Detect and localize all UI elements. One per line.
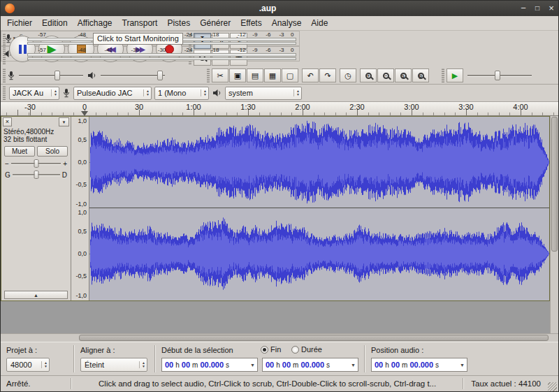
- chevron-down-icon[interactable]: ▼: [349, 363, 356, 368]
- track-header: × ▼: [1, 117, 71, 127]
- time-hours[interactable]: 00: [164, 361, 174, 369]
- silence-button[interactable]: ▢: [282, 68, 298, 82]
- meter-db-label: -36: [131, 47, 140, 53]
- menu-item[interactable]: Pistes: [162, 17, 195, 29]
- toolbar-grip[interactable]: [207, 68, 210, 82]
- audio-position-field[interactable]: 00h 00m 00.000s ▼: [371, 358, 467, 372]
- toolbar-grip[interactable]: [3, 86, 6, 100]
- play-speed-thumb[interactable]: [495, 71, 500, 80]
- stepper-arrows-icon[interactable]: ▲▼: [201, 89, 207, 96]
- waveform-view[interactable]: [89, 117, 549, 300]
- fit-selection-button[interactable]: s: [395, 68, 412, 82]
- trim-button[interactable]: ▦: [264, 68, 281, 82]
- time-hours[interactable]: 00: [265, 361, 275, 369]
- pan-slider[interactable]: [13, 170, 60, 179]
- stepper-arrows-icon[interactable]: ▲▼: [293, 89, 300, 96]
- horizontal-scrollbar-thumb[interactable]: [79, 335, 549, 341]
- title-bar[interactable]: .aup − □ ×: [1, 1, 558, 16]
- snap-to-select[interactable]: Éteint ▲▼: [80, 358, 147, 372]
- recording-channels-select[interactable]: 1 (Mono ▲▼: [154, 87, 209, 100]
- recording-volume-thumb[interactable]: [55, 71, 60, 80]
- menu-item[interactable]: Transport: [117, 17, 163, 29]
- timeline-ruler[interactable]: -300301:001:302:002:303:003:304:00: [1, 102, 558, 116]
- toolbar-grip[interactable]: [3, 68, 6, 82]
- zoom-in-button[interactable]: +: [360, 68, 377, 82]
- horizontal-scrollbar[interactable]: [1, 333, 558, 342]
- selection-start-field[interactable]: 00h 00m 00.000s ▼: [161, 358, 258, 372]
- minimize-button[interactable]: −: [516, 1, 530, 15]
- playback-meter[interactable]: ▼ G D -57-48-42-36-30-24-18-12-9-6-30: [1, 46, 300, 61]
- toolbar-grip[interactable]: [3, 34, 6, 64]
- paste-button[interactable]: ▤: [247, 68, 263, 82]
- timeline-label: 4:00: [513, 103, 528, 111]
- chevron-down-icon[interactable]: ▼: [248, 363, 255, 368]
- recording-meter-scale[interactable]: -57-48-42-36-30-24-18-12-9-6-30 Click to…: [26, 31, 299, 45]
- timer-record-button[interactable]: ◷: [340, 68, 356, 82]
- track-close-button[interactable]: ×: [3, 117, 12, 126]
- stepper-arrows-icon[interactable]: ▲▼: [139, 361, 145, 368]
- zoom-out-button[interactable]: −: [377, 68, 394, 82]
- recording-meter[interactable]: ▼ G D -57-48-42-36-30-24-18-12-9-6-30 Cl…: [1, 31, 300, 46]
- recording-volume-slider[interactable]: [19, 70, 83, 81]
- stepper-arrows-icon[interactable]: ▲▼: [51, 89, 57, 96]
- selection-end-field[interactable]: 00h 00m 00.000s ▼: [262, 358, 358, 372]
- track-buttons: Muet Solo: [1, 145, 71, 158]
- stepper-arrows-icon[interactable]: ▲▼: [143, 89, 150, 96]
- menu-item[interactable]: Fichier: [2, 17, 37, 29]
- playback-volume-thumb[interactable]: [157, 71, 163, 80]
- scale-label: 0,0: [78, 250, 87, 257]
- length-radio[interactable]: [291, 346, 299, 354]
- playback-device-select[interactable]: system ▲▼: [225, 87, 302, 100]
- recording-device-select[interactable]: PulseAudio JAC ▲▼: [73, 87, 152, 100]
- menu-item[interactable]: Edition: [37, 17, 73, 29]
- time-minutes[interactable]: 00: [282, 361, 291, 369]
- time-seconds-unit: s: [224, 361, 231, 369]
- waveform-left-channel[interactable]: [89, 117, 549, 208]
- close-button[interactable]: ×: [544, 1, 558, 15]
- status-state: Arrêté.: [1, 379, 71, 388]
- track-collapse-button[interactable]: ▲: [4, 291, 68, 299]
- solo-button[interactable]: Solo: [37, 146, 68, 157]
- mute-button[interactable]: Muet: [4, 146, 35, 157]
- time-seconds[interactable]: 00.000: [199, 361, 224, 369]
- play-at-speed-button[interactable]: ▶: [447, 68, 463, 82]
- copy-button[interactable]: ▣: [229, 68, 246, 82]
- track-menu-button[interactable]: ▼: [59, 117, 69, 126]
- vertical-ruler[interactable]: 1,0 0,5 0,0 -0,5 -1,0 1,0 0,5 0,0 -0,5 -…: [71, 117, 89, 300]
- chevron-down-icon[interactable]: ▼: [458, 363, 465, 368]
- play-speed-slider[interactable]: [467, 70, 532, 81]
- fit-project-button[interactable]: p: [412, 68, 429, 82]
- gain-thumb[interactable]: [34, 159, 38, 168]
- resize-grip-icon[interactable]: [548, 382, 557, 391]
- maximize-button[interactable]: □: [530, 1, 544, 15]
- waveform-right-channel[interactable]: [89, 208, 549, 299]
- gain-slider[interactable]: [11, 159, 61, 168]
- cut-button[interactable]: ✂: [212, 68, 228, 82]
- time-minutes[interactable]: 00: [181, 361, 191, 369]
- toolbar-grip[interactable]: [442, 68, 444, 82]
- time-minutes[interactable]: 00: [391, 361, 400, 369]
- time-seconds[interactable]: 00.000: [409, 361, 434, 369]
- playhead-marker-icon[interactable]: [81, 111, 88, 116]
- vertical-scrollbar-thumb[interactable]: [551, 117, 558, 252]
- playback-meter-scale[interactable]: -57-48-42-36-30-24-18-12-9-6-30: [26, 47, 299, 61]
- menu-item[interactable]: Affichage: [73, 17, 117, 29]
- vertical-scrollbar[interactable]: [550, 116, 558, 333]
- project-rate-select[interactable]: 48000 ▲▼: [6, 358, 50, 372]
- audio-host-select[interactable]: JACK Au ▲▼: [9, 87, 59, 100]
- undo-button[interactable]: ↶: [302, 68, 319, 82]
- menu-item[interactable]: Analyse: [267, 17, 307, 29]
- monitoring-tooltip[interactable]: Click to Start Monitoring: [93, 33, 183, 45]
- menu-item[interactable]: Effets: [235, 17, 266, 29]
- track-area[interactable]: × ▼ Stéréo,48000Hz 32 bits flottant Muet…: [1, 116, 558, 333]
- playback-volume-slider[interactable]: [101, 70, 165, 81]
- pan-thumb[interactable]: [34, 170, 38, 179]
- redo-button[interactable]: ↷: [319, 68, 336, 82]
- stepper-arrows-icon[interactable]: ▲▼: [41, 361, 48, 368]
- end-radio[interactable]: [261, 346, 268, 354]
- menu-item[interactable]: Générer: [195, 17, 235, 29]
- time-hours[interactable]: 00: [374, 361, 384, 369]
- audio-track[interactable]: × ▼ Stéréo,48000Hz 32 bits flottant Muet…: [1, 116, 550, 301]
- time-seconds[interactable]: 00.000: [300, 361, 325, 369]
- menu-item[interactable]: Aide: [306, 17, 333, 29]
